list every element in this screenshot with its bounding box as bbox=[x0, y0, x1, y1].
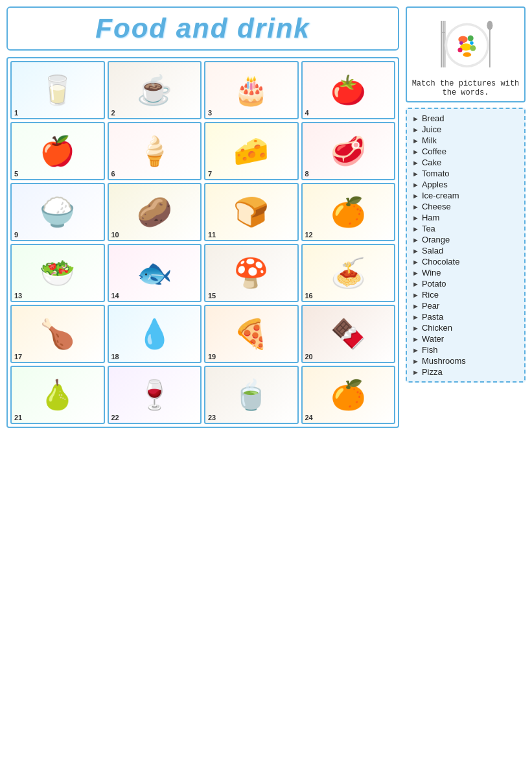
food-emoji-21: 🍐 bbox=[40, 381, 75, 409]
food-cell-24: 🍊 24 bbox=[301, 366, 396, 424]
cell-number-18: 18 bbox=[111, 353, 119, 361]
svg-point-8 bbox=[467, 36, 473, 41]
cell-number-19: 19 bbox=[208, 353, 216, 361]
food-cell-6: 🍦 6 bbox=[108, 122, 202, 180]
food-cell-11: 🍞 11 bbox=[204, 183, 299, 241]
word-label: Cake bbox=[422, 158, 441, 167]
svg-point-14 bbox=[470, 41, 473, 45]
page-title: Food and drink bbox=[16, 13, 390, 44]
word-label: Ham bbox=[422, 213, 439, 222]
cell-number-9: 9 bbox=[14, 231, 18, 239]
food-emoji-23: 🍵 bbox=[233, 381, 269, 409]
word-item-milk: ► Milk bbox=[412, 135, 519, 146]
word-arrow: ► bbox=[412, 115, 419, 123]
word-label: Coffee bbox=[422, 147, 446, 156]
word-label: Tomato bbox=[422, 169, 450, 178]
word-arrow: ► bbox=[412, 159, 419, 167]
food-emoji-17: 🍗 bbox=[40, 320, 75, 348]
food-emoji-15: 🍄 bbox=[233, 259, 269, 287]
food-cell-14: 🐟 14 bbox=[108, 244, 202, 302]
food-emoji-12: 🍊 bbox=[330, 198, 366, 226]
word-item-cheese: ► Cheese bbox=[412, 201, 519, 212]
word-label: Cheese bbox=[422, 202, 451, 211]
food-emoji-7: 🧀 bbox=[233, 137, 269, 165]
food-cell-8: 🥩 8 bbox=[301, 122, 396, 180]
word-arrow: ► bbox=[412, 214, 419, 222]
word-label: Pasta bbox=[422, 312, 443, 322]
food-cell-16: 🍝 16 bbox=[301, 244, 396, 302]
word-item-potato: ► Potato bbox=[412, 278, 519, 289]
food-cell-2: ☕ 2 bbox=[108, 61, 202, 119]
word-label: Bread bbox=[422, 113, 445, 123]
food-cell-18: 💧 18 bbox=[108, 305, 202, 363]
word-arrow: ► bbox=[412, 170, 419, 178]
word-label: Rice bbox=[422, 290, 439, 300]
food-cell-1: 🥛 1 bbox=[10, 61, 105, 119]
cell-number-15: 15 bbox=[208, 292, 216, 300]
word-item-salad: ► Salad bbox=[412, 245, 519, 256]
word-label: Orange bbox=[422, 235, 450, 244]
word-item-cake: ► Cake bbox=[412, 157, 519, 168]
info-box: Match the pictures with the words. bbox=[406, 6, 526, 102]
food-emoji-2: ☕ bbox=[137, 76, 172, 104]
food-cell-22: 🍷 22 bbox=[108, 366, 202, 424]
food-emoji-1: 🥛 bbox=[40, 76, 75, 104]
word-item-pasta: ► Pasta bbox=[412, 311, 519, 322]
cell-number-24: 24 bbox=[305, 414, 313, 421]
food-emoji-10: 🥔 bbox=[137, 198, 172, 226]
cell-number-5: 5 bbox=[14, 170, 18, 178]
food-emoji-8: 🥩 bbox=[330, 137, 366, 165]
word-label: Chicken bbox=[422, 323, 452, 333]
cell-number-11: 11 bbox=[208, 231, 216, 239]
cell-number-3: 3 bbox=[208, 109, 212, 117]
word-arrow: ► bbox=[412, 225, 419, 233]
food-cell-4: 🍅 4 bbox=[301, 61, 396, 119]
cell-number-1: 1 bbox=[14, 109, 18, 117]
word-arrow: ► bbox=[412, 148, 419, 156]
word-label: Apples bbox=[422, 180, 448, 189]
word-item-chicken: ► Chicken bbox=[412, 322, 519, 333]
cell-number-12: 12 bbox=[305, 231, 313, 239]
cell-number-21: 21 bbox=[14, 414, 22, 421]
cell-number-2: 2 bbox=[111, 109, 115, 117]
word-label: Salad bbox=[422, 246, 443, 255]
right-panel: Match the pictures with the words. ► Bre… bbox=[406, 6, 526, 428]
main-container: Food and drink 🥛 1 ☕ 2 🎂 3 🍅 4 🍎 5 🍦 6 🧀… bbox=[6, 6, 526, 428]
word-item-apples: ► Apples bbox=[412, 179, 519, 190]
food-cell-12: 🍊 12 bbox=[301, 183, 396, 241]
cell-number-20: 20 bbox=[305, 353, 313, 361]
word-label: Mushrooms bbox=[422, 356, 466, 366]
food-emoji-18: 💧 bbox=[137, 320, 172, 348]
food-cell-13: 🥗 13 bbox=[10, 244, 105, 302]
cell-number-10: 10 bbox=[111, 231, 119, 239]
food-cell-7: 🧀 7 bbox=[204, 122, 299, 180]
cell-number-8: 8 bbox=[305, 170, 309, 178]
food-cell-23: 🍵 23 bbox=[204, 366, 299, 424]
word-arrow: ► bbox=[412, 247, 419, 255]
word-label: Potato bbox=[422, 279, 446, 289]
word-arrow: ► bbox=[412, 258, 419, 266]
food-cell-9: 🍚 9 bbox=[10, 183, 105, 241]
food-cell-19: 🍕 19 bbox=[204, 305, 299, 363]
word-label: Tea bbox=[422, 224, 435, 233]
food-emoji-4: 🍅 bbox=[330, 76, 366, 104]
word-label: Juice bbox=[422, 124, 441, 134]
word-item-mushrooms: ► Mushrooms bbox=[412, 355, 519, 366]
cell-number-7: 7 bbox=[208, 170, 212, 178]
word-item-fish: ► Fish bbox=[412, 344, 519, 355]
food-emoji-11: 🍞 bbox=[233, 198, 269, 226]
food-emoji-16: 🍝 bbox=[330, 259, 366, 287]
word-label: Chocolate bbox=[422, 257, 460, 266]
word-arrow: ► bbox=[412, 357, 419, 365]
food-emoji-5: 🍎 bbox=[40, 137, 75, 165]
word-item-rice: ► Rice bbox=[412, 289, 519, 300]
food-emoji-24: 🍊 bbox=[330, 381, 366, 409]
word-item-ham: ► Ham bbox=[412, 212, 519, 223]
word-arrow: ► bbox=[412, 236, 419, 244]
svg-point-12 bbox=[463, 53, 471, 57]
cell-number-16: 16 bbox=[305, 292, 313, 300]
word-item-juice: ► Juice bbox=[412, 124, 519, 135]
word-arrow: ► bbox=[412, 181, 419, 189]
word-arrow: ► bbox=[412, 302, 419, 310]
word-item-chocolate: ► Chocolate bbox=[412, 256, 519, 267]
